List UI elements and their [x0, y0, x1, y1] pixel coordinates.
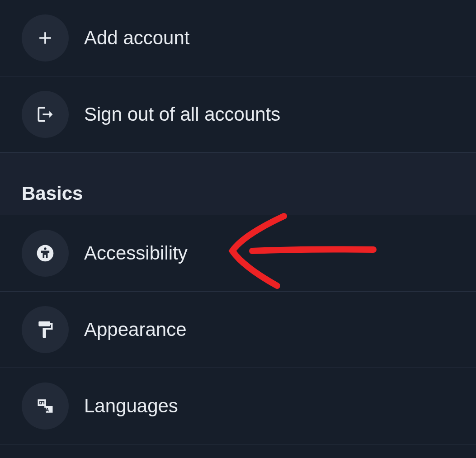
accessibility-label: Accessibility	[84, 242, 188, 264]
languages-icon	[22, 382, 69, 430]
add-account-item[interactable]: Add account	[0, 0, 476, 76]
basics-header: Basics	[0, 183, 476, 215]
appearance-item[interactable]: Appearance	[0, 292, 476, 368]
basics-title: Basics	[22, 183, 454, 204]
languages-label: Languages	[84, 395, 178, 417]
languages-item[interactable]: Languages	[0, 368, 476, 444]
sign-out-item[interactable]: Sign out of all accounts	[0, 76, 476, 153]
section-spacer	[0, 153, 476, 183]
sign-out-icon	[22, 91, 69, 138]
accessibility-icon	[22, 230, 69, 277]
accessibility-item[interactable]: Accessibility	[0, 215, 476, 292]
partial-item[interactable]	[0, 444, 476, 458]
sign-out-label: Sign out of all accounts	[84, 104, 280, 125]
appearance-label: Appearance	[84, 319, 187, 340]
paint-roller-icon	[22, 306, 69, 353]
add-account-label: Add account	[84, 27, 190, 49]
plus-icon	[22, 14, 69, 61]
settings-list: Add account Sign out of all accounts Bas…	[0, 0, 476, 458]
